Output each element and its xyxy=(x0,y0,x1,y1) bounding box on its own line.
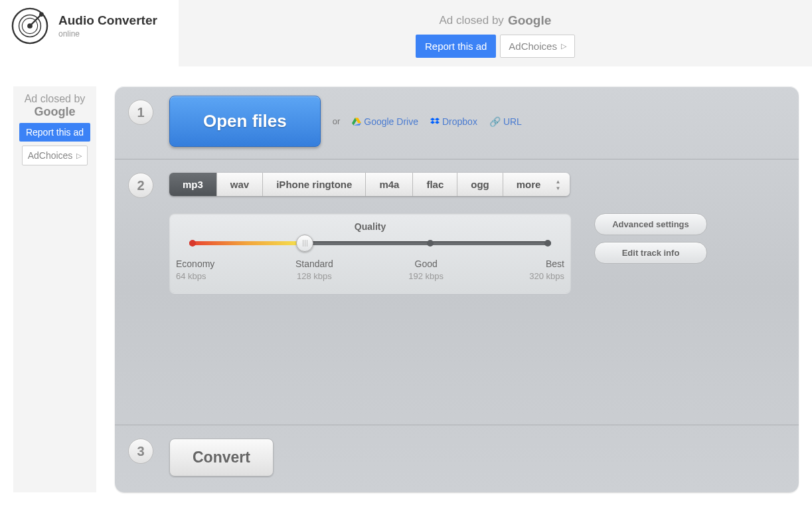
format-tab-wav[interactable]: wav xyxy=(217,173,263,196)
format-tab-m4a[interactable]: m4a xyxy=(366,173,413,196)
url-link[interactable]: 🔗 URL xyxy=(489,116,522,127)
svg-marker-9 xyxy=(430,118,435,121)
svg-marker-10 xyxy=(435,118,440,121)
open-files-button[interactable]: Open files xyxy=(169,96,321,147)
quality-standard: Standard xyxy=(287,258,341,269)
side-ad-panel: Ad closed by Google Report this ad AdCho… xyxy=(13,86,96,492)
report-ad-button[interactable]: Report this ad xyxy=(19,123,90,142)
top-ad-panel: Ad closed by Google Report this ad AdCho… xyxy=(179,0,812,66)
quality-economy: Economy xyxy=(176,258,229,269)
adchoices-button[interactable]: AdChoices ▷ xyxy=(22,146,88,165)
quality-label: Quality xyxy=(189,221,551,232)
google-drive-icon xyxy=(352,118,361,126)
quality-good: Good xyxy=(400,258,453,269)
dropbox-link[interactable]: Dropbox xyxy=(430,116,477,127)
format-tab-flac[interactable]: flac xyxy=(413,173,457,196)
or-text: or xyxy=(333,116,341,126)
format-tab-iphone[interactable]: iPhone ringtone xyxy=(263,173,366,196)
vinyl-record-icon xyxy=(11,7,49,45)
adchoices-button[interactable]: AdChoices ▷ xyxy=(500,35,575,58)
google-drive-link[interactable]: Google Drive xyxy=(352,116,418,127)
ad-closed-text: Ad closed by xyxy=(440,14,504,27)
app-subtitle: online xyxy=(58,29,157,39)
quality-best: Best xyxy=(511,258,564,269)
format-tab-mp3[interactable]: mp3 xyxy=(169,173,217,196)
quality-panel: Quality xyxy=(169,213,571,293)
dropdown-arrows-icon: ▲▼ xyxy=(556,178,561,191)
svg-line-4 xyxy=(30,15,41,26)
brand: Audio Converter online xyxy=(0,0,168,52)
ad-closed-text: Ad closed by xyxy=(25,93,86,104)
adchoices-icon: ▷ xyxy=(76,152,82,160)
app-title: Audio Converter xyxy=(58,13,157,28)
step-number-1: 1 xyxy=(128,100,153,125)
adchoices-icon: ▷ xyxy=(561,42,566,51)
google-logo-text: Google xyxy=(34,105,75,118)
converter-panel: 1 Open files or Google Drive xyxy=(115,86,799,492)
format-tab-more[interactable]: more ▲▼ xyxy=(503,173,570,196)
format-tabs: mp3 wav iPhone ringtone m4a flac ogg mor… xyxy=(169,173,570,196)
step-number-3: 3 xyxy=(128,439,153,464)
svg-marker-12 xyxy=(435,120,440,124)
format-tab-ogg[interactable]: ogg xyxy=(457,173,503,196)
dropbox-icon xyxy=(430,118,440,126)
convert-button[interactable]: Convert xyxy=(169,439,274,476)
step-number-2: 2 xyxy=(128,173,153,198)
advanced-settings-button[interactable]: Advanced settings xyxy=(594,213,707,235)
link-icon: 🔗 xyxy=(489,116,501,127)
slider-thumb[interactable] xyxy=(296,235,313,252)
edit-track-info-button[interactable]: Edit track info xyxy=(594,242,707,264)
quality-slider[interactable] xyxy=(189,239,551,248)
svg-marker-11 xyxy=(430,120,435,124)
report-ad-button[interactable]: Report this ad xyxy=(416,35,496,58)
svg-point-5 xyxy=(39,12,44,17)
google-logo-text: Google xyxy=(508,13,551,28)
